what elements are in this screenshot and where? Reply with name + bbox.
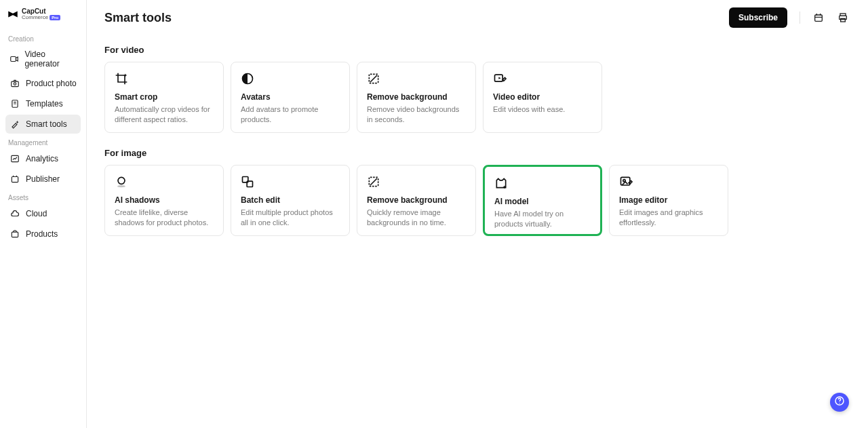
card-title: Image editor — [619, 195, 718, 205]
card-title: Smart crop — [115, 92, 214, 102]
help-icon — [834, 395, 845, 409]
card-desc: Add avatars to promote products. — [241, 104, 340, 125]
sidebar-section-management: Management — [5, 135, 81, 149]
capcut-logo-icon — [7, 8, 19, 20]
header-actions: Subscribe — [729, 7, 849, 28]
sidebar-item-label: Smart tools — [26, 119, 67, 129]
svg-rect-5 — [12, 177, 18, 182]
product-photo-icon — [9, 78, 20, 89]
card-title: Remove background — [367, 195, 466, 205]
ai-shadows-icon — [115, 175, 214, 190]
group-title-image: For image — [104, 148, 850, 158]
card-remove-bg-image[interactable]: Remove background Quickly remove image b… — [357, 165, 476, 236]
logo-sub-text: Commerce Pro — [22, 15, 60, 20]
card-row-image: AI shadows Create lifelike, diverse shad… — [104, 165, 850, 236]
subscribe-button[interactable]: Subscribe — [729, 7, 787, 28]
sidebar-item-label: Product photo — [26, 79, 77, 88]
sidebar-item-analytics[interactable]: Analytics — [5, 149, 81, 168]
card-title: Remove background — [367, 92, 466, 102]
svg-rect-0 — [11, 57, 16, 62]
cloud-icon — [9, 208, 20, 219]
svg-rect-6 — [12, 232, 18, 237]
card-desc: Remove video backgrounds in seconds. — [367, 104, 466, 125]
app-logo[interactable]: CapCut Commerce Pro — [5, 8, 81, 20]
card-desc: Automatically crop videos for different … — [115, 104, 214, 125]
page-title: Smart tools — [104, 11, 172, 25]
card-title: AI model — [494, 197, 591, 206]
svg-point-22 — [839, 403, 840, 404]
svg-point-15 — [117, 185, 125, 187]
sidebar-item-label: Video generator — [24, 50, 77, 69]
sidebar-item-label: Products — [26, 229, 58, 239]
header: Smart tools Subscribe — [87, 0, 868, 35]
card-title: Video editor — [493, 92, 592, 102]
card-remove-bg-video[interactable]: Remove background Remove video backgroun… — [357, 62, 476, 133]
sidebar: CapCut Commerce Pro Creation Video gener… — [0, 0, 87, 428]
card-desc: Edit multiple product photos all in one … — [241, 208, 340, 228]
help-button[interactable] — [830, 393, 849, 412]
card-desc: Quickly remove image backgrounds in no t… — [367, 208, 466, 228]
svg-point-14 — [118, 177, 125, 184]
card-smart-crop[interactable]: Smart crop Automatically crop videos for… — [104, 62, 224, 133]
smart-crop-icon — [115, 72, 214, 87]
card-ai-shadows[interactable]: AI shadows Create lifelike, diverse shad… — [104, 165, 224, 236]
sidebar-section-assets: Assets — [5, 190, 81, 204]
sidebar-item-cloud[interactable]: Cloud — [5, 204, 81, 223]
svg-rect-1 — [12, 81, 19, 87]
video-generator-icon — [9, 54, 19, 64]
card-title: Avatars — [241, 92, 340, 102]
sidebar-item-label: Publisher — [26, 174, 60, 184]
video-editor-icon — [493, 72, 592, 87]
card-desc: Edit images and graphics effortlessly. — [619, 208, 718, 228]
remove-bg-icon — [367, 72, 466, 87]
svg-point-2 — [14, 83, 16, 85]
ai-model-icon — [494, 176, 591, 191]
calendar-icon[interactable] — [812, 12, 825, 24]
sidebar-item-products[interactable]: Products — [5, 225, 81, 244]
card-desc: Create lifelike, diverse shadows for pro… — [115, 208, 214, 228]
card-desc: Have AI model try on products virtually. — [494, 209, 591, 229]
templates-icon — [9, 98, 20, 109]
sidebar-item-label: Templates — [26, 99, 63, 109]
svg-rect-7 — [815, 15, 823, 21]
pro-badge: Pro — [50, 15, 60, 20]
batch-edit-icon — [241, 175, 340, 190]
sidebar-item-label: Analytics — [26, 154, 58, 163]
card-image-editor[interactable]: Image editor Edit images and graphics ef… — [609, 165, 728, 236]
analytics-icon — [9, 153, 20, 164]
sidebar-section-creation: Creation — [5, 31, 81, 45]
sidebar-item-product-photo[interactable]: Product photo — [5, 74, 81, 93]
publisher-icon — [9, 174, 20, 184]
group-title-video: For video — [104, 45, 850, 55]
card-batch-edit[interactable]: Batch edit Edit multiple product photos … — [231, 165, 350, 236]
main-content: For video Smart crop Automatically crop … — [87, 35, 868, 251]
products-icon — [9, 229, 20, 239]
sidebar-item-video-generator[interactable]: Video generator — [5, 45, 81, 73]
card-title: Batch edit — [241, 195, 340, 205]
card-ai-model[interactable]: AI model Have AI model try on products v… — [483, 165, 602, 236]
print-icon[interactable] — [837, 12, 849, 24]
card-title: AI shadows — [115, 195, 214, 205]
sidebar-item-smart-tools[interactable]: Smart tools — [5, 115, 81, 134]
remove-bg-image-icon — [367, 175, 466, 190]
image-editor-icon — [619, 175, 718, 190]
sidebar-item-label: Cloud — [26, 209, 47, 218]
card-row-video: Smart crop Automatically crop videos for… — [104, 62, 850, 133]
card-desc: Edit videos with ease. — [493, 104, 592, 115]
card-avatars[interactable]: Avatars Add avatars to promote products. — [231, 62, 350, 133]
card-video-editor[interactable]: Video editor Edit videos with ease. — [483, 62, 602, 133]
divider — [800, 12, 800, 24]
sidebar-item-publisher[interactable]: Publisher — [5, 170, 81, 189]
smart-tools-icon — [9, 119, 20, 130]
sidebar-item-templates[interactable]: Templates — [5, 94, 81, 113]
avatars-icon — [241, 72, 340, 87]
